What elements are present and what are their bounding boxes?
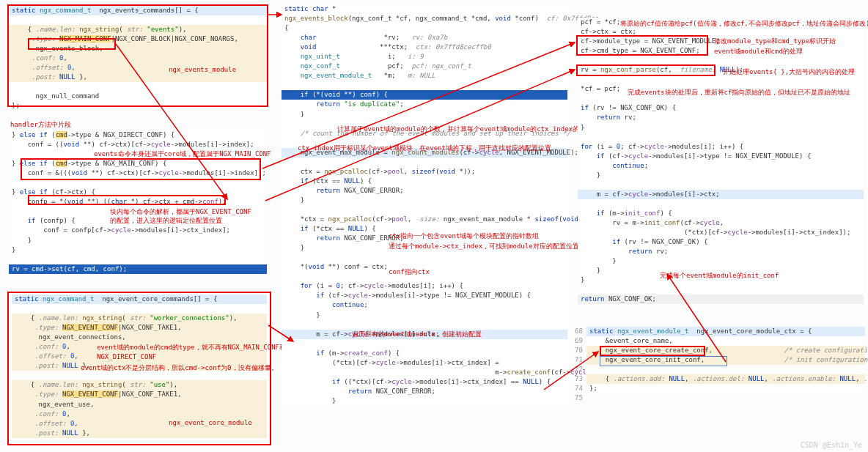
code-line: { .name.len: ngx_string( str: "worker_co… [12,314,267,323]
code-line: return rv; [578,247,864,256]
code-line: }; [9,101,267,111]
note-events-core: events命令本身还属于core域，配置属于NGX_MAIN_CONF [94,149,271,159]
code-line [578,180,864,190]
code-line: rv = cmd->set(cf, cmd, conf); [9,264,267,274]
code-line: } [282,196,567,205]
note-ctxidx: ctx_index用于标识某个event域模块，在event域的下标，用于查找对… [298,144,551,153]
code-line: if (cf->cycle->modules[i]->type != NGX_E… [282,291,567,300]
code-line: } [9,245,267,255]
code-line [578,199,864,209]
code-line: cf->ctx = ctx; [578,27,864,37]
code-line: }; [586,384,865,393]
note-ctx-flat: event域的ctx不是分层结构，所以cmd->conf为0，没有偏移量。 [81,363,278,373]
code-line: ngx_event_core_create_conf, /* create co… [586,346,865,355]
code-line: ngx_event_use, [12,400,267,410]
code-line [578,285,864,294]
watermark: CSDN @Eshin_Ye [801,441,862,449]
note-direct-conf: NGX_DIRECT_CONF [97,353,156,360]
note-cmdtype: event域module和cmd的处理 [714,47,803,56]
code-line: } [9,236,267,245]
code-line: return NGX_CONF_ERROR; [282,387,567,396]
code-panel-right: pcf = *cf; cf->ctx = ctx; cf->module_typ… [578,18,864,304]
code-line [9,255,267,264]
code-line: return NGX_CONF_OK; [578,294,864,304]
code-line: conf = &(((void **) cf->ctx)[cf->cycle->… [9,168,267,178]
code-line: if (ctx == NULL) { [282,177,567,186]
code-line: conf = ((void **) cf->ctx)[cf->cycle->mo… [9,140,267,149]
code-line: } else if (cf->ctx) { [9,188,267,197]
code-line [578,133,864,142]
note-core-module: ngx_event_core_module [169,419,252,426]
code-line: char *rv; rv: 0xa7b [282,33,567,42]
code-line: ngx_events_block, [9,44,267,53]
code-line: .type: NGX_EVENT_CONF|NGX_CONF_TAKE1, [12,323,267,333]
code-line: ngx_uint_t i; i: 9 [282,52,567,62]
code-line: m = cf->cycle->modules[i]->ctx; [578,190,864,199]
code-line [586,365,865,374]
code-line: return rv; [578,113,864,122]
code-line: for (i = 0; cf->cycle->modules[i]; i++) … [578,142,864,152]
code-line: return "is duplicate"; [282,100,567,109]
code-line: ngx_events_block(ngx_conf_t *cf, ngx_com… [282,14,567,23]
code-line: .type: NGX_EVENT_CONF|NGX_CONF_TAKE1, [12,390,267,399]
code-line: ngx_conf_t pcf; pcf: ngx_conf_t [282,62,567,71]
code-line [282,158,567,167]
code-line: confp = *(void **) ((char *) cf->ctx + c… [9,197,267,207]
code-line: (*ctx)[cf->cycle->modules[i]->ctx_index]… [578,228,864,237]
code-line: return NGX_CONF_ERROR; [282,186,567,196]
code-line [282,253,567,262]
code-line: } [578,171,864,180]
note-ctxptr: ctx指向一个包含event域每个模块配置的指针数组 [389,231,539,241]
code-line: static ngx_event_module_t ngx_event_core… [586,327,865,336]
code-line: { .name.len: ngx_string( str: "events"), [9,25,267,34]
code-line: .post: NULL }, [12,429,267,438]
code-panel-events-commands: static ngx_command_t ngx_events_commands… [9,6,267,111]
code-line: ngx_event_connections, [12,333,267,342]
note-confctx: conf指向ctx [389,267,430,277]
code-line: } [282,311,567,320]
code-line: continue; [282,300,567,310]
code-line: } [282,110,567,119]
code-line [9,82,267,92]
note-events-module: ngx_events_module [169,66,236,73]
code-line [282,320,567,330]
code-panel-module-ctx: 6869707172737475 static ngx_event_module… [586,327,865,393]
code-line: .conf: 0, [9,53,267,63]
code-line: } [282,396,567,406]
code-line: &event_core_name, [586,336,865,346]
code-line: if (cf->cycle->modules[i]->type != NGX_E… [578,152,864,161]
code-line: for (i = 0; cf->cycle->modules[i]; i++) … [282,281,567,291]
code-line: (*ctx)[cf->cycle->modules[i]->ctx_index]… [282,358,567,368]
code-line [9,178,267,188]
code-line: .conf: 0, [12,410,267,419]
title-handler: handler方法中片段 [10,120,71,130]
code-line: { .name.len: ngx_string( str: "use"), [12,380,267,390]
code-line: conf = confp[cf->cycle->modules[i]->ctx_… [9,226,267,235]
code-line: *ctx = ngx_pcalloc(cf->pool, size: ngx_e… [282,215,567,224]
code-line: static char * [282,4,567,14]
code-line: .type: NGX_MAIN_CONF|NGX_CONF_BLOCK|NGX_… [9,34,267,44]
note-initconf: 完成每个event域module的init_conf [660,271,779,281]
code-line: ngx_event_core_init_conf, /* init config… [586,355,865,365]
code-line: rv = m->init_conf(cf->cycle, [578,218,864,228]
code-line: { [282,23,567,33]
note-event-type: event域的module的cmd的type，就不再有NGX_MAIN_CONF… [97,343,286,352]
code-line: if (rv != NGX_CONF_OK) { [578,237,864,247]
note-modtype: 修改module_type和cmd_type标识开始 [714,37,836,46]
code-line [282,81,567,90]
note-pcf: 将原始的cf值传递给pcf(值传递，修改cf,不会同步修改pcf，地址传递会同步… [620,19,868,29]
code-line: } [578,256,864,266]
code-line: if (m->create_conf) { [282,349,567,358]
code-line: } [578,123,864,133]
note-iterate: 遍历所有的event域module，创建初始配置 [352,330,482,339]
code-line: if ((*ctx)[cf->cycle->modules[i]->ctx_in… [282,377,567,387]
code-line: m->create_conf(cf->cycle); [282,368,567,377]
code-line: } else if (cmd->type & NGX_DIRECT_CONF) … [9,130,267,140]
code-line: ngx_null_command [9,92,267,101]
code-line: } else if (cmd->type & NGX_MAIN_CONF) { [9,159,267,168]
code-line: continue; [578,161,864,171]
code-line [9,15,267,25]
code-panel-events-block: static char * ngx_events_block(ngx_conf_… [282,4,567,406]
note-restore: 完成events块的处理后，重新将cf指向原始的值，但地址已不是原始的地址 [628,88,850,97]
code-line: if (*(void **) conf) { [282,90,567,100]
